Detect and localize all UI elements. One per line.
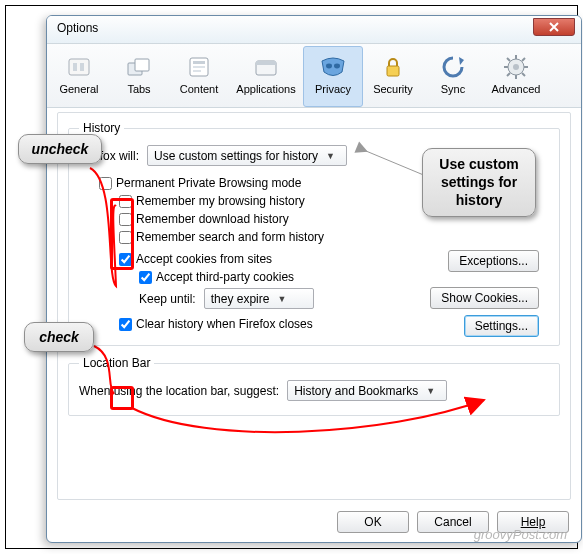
window-title: Options: [57, 21, 98, 35]
tab-applications[interactable]: Applications: [229, 46, 303, 107]
svg-line-22: [522, 58, 525, 61]
chevron-down-icon: ▼: [426, 386, 435, 396]
tab-advanced[interactable]: Advanced: [483, 46, 549, 107]
svg-rect-8: [193, 70, 201, 72]
svg-rect-13: [387, 66, 399, 76]
history-group: History Firefox will: Use custom setting…: [68, 121, 560, 346]
suggest-select[interactable]: History and Bookmarks ▼: [287, 380, 447, 401]
show-cookies-button[interactable]: Show Cookies...: [430, 287, 539, 309]
exceptions-label: Exceptions...: [459, 254, 528, 268]
accept-third-checkbox[interactable]: [139, 271, 152, 284]
tab-security[interactable]: Security: [363, 46, 423, 107]
svg-line-23: [507, 73, 510, 76]
applications-icon: [252, 53, 280, 81]
switch-icon: [65, 53, 93, 81]
firefox-will-label: Firefox will:: [79, 149, 139, 163]
accept-cookies-checkbox[interactable]: [119, 253, 132, 266]
tab-label-tabs: Tabs: [112, 83, 166, 95]
show-cookies-label: Show Cookies...: [441, 291, 528, 305]
exceptions-button[interactable]: Exceptions...: [448, 250, 539, 272]
svg-point-11: [326, 64, 332, 69]
tabstrip: General Tabs Content Applications Privac…: [47, 44, 581, 108]
tab-label-advanced: Advanced: [486, 83, 546, 95]
accept-third-label: Accept third-party cookies: [156, 270, 294, 284]
options-window: Options General Tabs Content: [46, 15, 582, 543]
tab-label-sync: Sync: [426, 83, 480, 95]
tab-label-applications: Applications: [232, 83, 300, 95]
svg-point-12: [334, 64, 340, 69]
locationbar-legend: Location Bar: [79, 356, 154, 370]
remember-forms-checkbox[interactable]: [119, 231, 132, 244]
content-icon: [185, 53, 213, 81]
history-mode-select[interactable]: Use custom settings for history ▼: [147, 145, 347, 166]
svg-rect-1: [73, 63, 77, 71]
clear-on-close-checkbox[interactable]: [119, 318, 132, 331]
tab-label-security: Security: [366, 83, 420, 95]
svg-line-21: [522, 73, 525, 76]
accept-cookies-label: Accept cookies from sites: [136, 252, 272, 266]
remember-download-checkbox[interactable]: [119, 213, 132, 226]
ok-label: OK: [364, 515, 381, 529]
tab-tabs[interactable]: Tabs: [109, 46, 169, 107]
remember-browsing-label: Remember my browsing history: [136, 194, 305, 208]
svg-rect-10: [256, 61, 276, 65]
chevron-down-icon: ▼: [277, 294, 286, 304]
remember-browsing-checkbox[interactable]: [119, 195, 132, 208]
permanent-pb-label: Permanent Private Browsing mode: [116, 176, 301, 190]
history-legend: History: [79, 121, 124, 135]
cancel-label: Cancel: [434, 515, 471, 529]
locationbar-group: Location Bar When using the location bar…: [68, 356, 560, 416]
ok-button[interactable]: OK: [337, 511, 409, 533]
titlebar: Options: [47, 16, 581, 44]
keep-until-value: they expire: [211, 292, 270, 306]
lock-icon: [379, 53, 407, 81]
remember-forms-label: Remember search and form history: [136, 230, 324, 244]
chevron-down-icon: ▼: [326, 151, 335, 161]
tab-label-general: General: [52, 83, 106, 95]
privacy-panel: History Firefox will: Use custom setting…: [57, 112, 571, 500]
svg-rect-0: [69, 59, 89, 75]
history-mode-value: Use custom settings for history: [154, 149, 318, 163]
settings-button[interactable]: Settings...: [464, 315, 539, 337]
svg-rect-7: [193, 66, 205, 68]
remember-download-label: Remember download history: [136, 212, 289, 226]
watermark: groovyPost.com: [474, 527, 567, 542]
tab-privacy[interactable]: Privacy: [303, 46, 363, 107]
privacy-mask-icon: [318, 52, 348, 82]
keep-until-label: Keep until:: [139, 292, 196, 306]
tab-label-content: Content: [172, 83, 226, 95]
svg-rect-4: [135, 59, 149, 71]
svg-rect-6: [193, 61, 205, 64]
tabs-icon: [125, 53, 153, 81]
close-icon: [548, 21, 560, 33]
svg-point-15: [513, 64, 519, 70]
tab-sync[interactable]: Sync: [423, 46, 483, 107]
keep-until-select[interactable]: they expire ▼: [204, 288, 314, 309]
settings-label: Settings...: [475, 319, 528, 333]
tab-content[interactable]: Content: [169, 46, 229, 107]
suggest-value: History and Bookmarks: [294, 384, 418, 398]
clear-on-close-label: Clear history when Firefox closes: [136, 317, 313, 331]
close-button[interactable]: [533, 18, 575, 36]
suggest-label: When using the location bar, suggest:: [79, 384, 279, 398]
svg-rect-2: [80, 63, 84, 71]
tab-label-privacy: Privacy: [306, 83, 360, 95]
sync-icon: [439, 53, 467, 81]
tab-general[interactable]: General: [49, 46, 109, 107]
svg-line-20: [507, 58, 510, 61]
permanent-pb-checkbox[interactable]: [99, 177, 112, 190]
gear-icon: [502, 53, 530, 81]
